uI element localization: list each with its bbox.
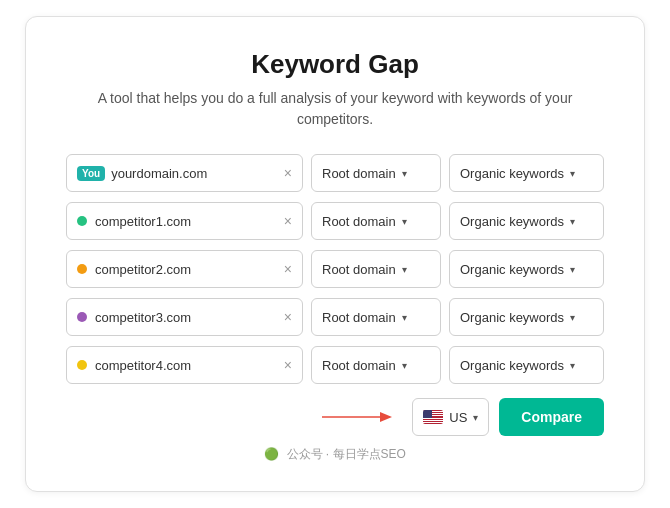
chevron-down-icon: ▾: [402, 312, 407, 323]
organic-keywords-label: Organic keywords: [460, 166, 564, 181]
chevron-down-icon: ▾: [402, 360, 407, 371]
domain-input[interactable]: Youyourdomain.com×: [66, 154, 303, 192]
country-dropdown[interactable]: US ▾: [412, 398, 489, 436]
page-subtitle: A tool that helps you do a full analysis…: [66, 88, 604, 130]
root-domain-label: Root domain: [322, 358, 396, 373]
domain-text: competitor1.com: [95, 214, 280, 229]
table-row: competitor3.com×Root domain▾Organic keyw…: [66, 298, 604, 336]
clear-button[interactable]: ×: [284, 213, 292, 229]
root-domain-label: Root domain: [322, 310, 396, 325]
competitor-dot-icon: [77, 360, 87, 370]
domain-input[interactable]: competitor4.com×: [66, 346, 303, 384]
chevron-down-icon: ▾: [570, 312, 575, 323]
root-domain-dropdown[interactable]: Root domain▾: [311, 346, 441, 384]
svg-marker-1: [380, 412, 392, 422]
chevron-down-icon: ▾: [570, 168, 575, 179]
organic-keywords-dropdown[interactable]: Organic keywords▾: [449, 298, 604, 336]
organic-keywords-label: Organic keywords: [460, 214, 564, 229]
domain-input[interactable]: competitor3.com×: [66, 298, 303, 336]
root-domain-dropdown[interactable]: Root domain▾: [311, 298, 441, 336]
organic-keywords-dropdown[interactable]: Organic keywords▾: [449, 346, 604, 384]
chevron-down-icon: ▾: [473, 412, 478, 423]
clear-button[interactable]: ×: [284, 357, 292, 373]
chevron-down-icon: ▾: [570, 216, 575, 227]
domain-text: yourdomain.com: [111, 166, 280, 181]
chevron-down-icon: ▾: [402, 216, 407, 227]
organic-keywords-dropdown[interactable]: Organic keywords▾: [449, 154, 604, 192]
root-domain-label: Root domain: [322, 262, 396, 277]
chevron-down-icon: ▾: [570, 360, 575, 371]
table-row: competitor4.com×Root domain▾Organic keyw…: [66, 346, 604, 384]
domain-text: competitor4.com: [95, 358, 280, 373]
chevron-down-icon: ▾: [570, 264, 575, 275]
page-title: Keyword Gap: [66, 49, 604, 80]
footer-row: US ▾ Compare: [66, 398, 604, 436]
competitor-dot-icon: [77, 312, 87, 322]
domain-text: competitor2.com: [95, 262, 280, 277]
organic-keywords-dropdown[interactable]: Organic keywords▾: [449, 202, 604, 240]
organic-keywords-label: Organic keywords: [460, 310, 564, 325]
clear-button[interactable]: ×: [284, 309, 292, 325]
arrow-icon: [322, 407, 392, 427]
competitor-dot-icon: [77, 264, 87, 274]
domain-input[interactable]: competitor2.com×: [66, 250, 303, 288]
table-row: competitor2.com×Root domain▾Organic keyw…: [66, 250, 604, 288]
chevron-down-icon: ▾: [402, 264, 407, 275]
organic-keywords-dropdown[interactable]: Organic keywords▾: [449, 250, 604, 288]
organic-keywords-label: Organic keywords: [460, 262, 564, 277]
keyword-gap-card: Keyword Gap A tool that helps you do a f…: [25, 16, 645, 492]
root-domain-label: Root domain: [322, 166, 396, 181]
country-code: US: [449, 410, 467, 425]
table-row: competitor1.com×Root domain▾Organic keyw…: [66, 202, 604, 240]
root-domain-dropdown[interactable]: Root domain▾: [311, 250, 441, 288]
organic-keywords-label: Organic keywords: [460, 358, 564, 373]
clear-button[interactable]: ×: [284, 165, 292, 181]
root-domain-dropdown[interactable]: Root domain▾: [311, 154, 441, 192]
compare-button[interactable]: Compare: [499, 398, 604, 436]
you-badge: You: [77, 166, 105, 181]
domain-input[interactable]: competitor1.com×: [66, 202, 303, 240]
chevron-down-icon: ▾: [402, 168, 407, 179]
watermark: 🟢 公众号 · 每日学点SEO: [66, 446, 604, 463]
competitor-dot-icon: [77, 216, 87, 226]
clear-button[interactable]: ×: [284, 261, 292, 277]
domain-text: competitor3.com: [95, 310, 280, 325]
wechat-icon: 🟢: [264, 447, 279, 461]
flag-icon: [423, 410, 443, 424]
table-row: Youyourdomain.com×Root domain▾Organic ke…: [66, 154, 604, 192]
root-domain-label: Root domain: [322, 214, 396, 229]
root-domain-dropdown[interactable]: Root domain▾: [311, 202, 441, 240]
